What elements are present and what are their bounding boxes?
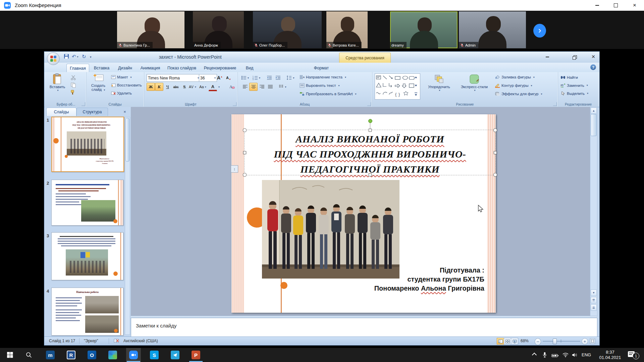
zoom-in-button[interactable]: +: [582, 338, 588, 345]
taskbar-maxthon[interactable]: m: [43, 348, 58, 362]
smartart-button[interactable]: Преобразовать в SmartArt▾: [300, 92, 357, 96]
taskbar-skype[interactable]: S: [147, 348, 162, 362]
slide-group-photo[interactable]: [262, 180, 399, 279]
resize-handle-se[interactable]: [493, 173, 497, 177]
undo-button[interactable]: ↶▾: [72, 54, 78, 60]
replace-button[interactable]: abчас Заменить▾: [560, 83, 588, 87]
video-tile-anna[interactable]: Анна Дефорж: [193, 11, 244, 48]
resize-handle-n[interactable]: [369, 129, 372, 132]
slide[interactable]: АНАЛІЗ ВИКОНАНОЇ РОБОТИ ПІД ЧАС ПРОХОДЖН…: [231, 114, 496, 313]
slide-sorter-button[interactable]: [504, 338, 511, 345]
tray-battery[interactable]: [551, 353, 559, 359]
zoom-out-button[interactable]: –: [535, 338, 541, 345]
select-button[interactable]: Выделить▾: [560, 91, 588, 96]
dialog-launcher-icon[interactable]: [367, 102, 371, 106]
tray-wifi[interactable]: [562, 353, 569, 359]
taskbar-zoom[interactable]: [126, 348, 141, 362]
font-color-button[interactable]: А: [209, 83, 217, 91]
panel-close-button[interactable]: ×: [122, 109, 127, 114]
tab-slides-panel[interactable]: Слайды: [46, 108, 76, 116]
quick-styles-button[interactable]: Экспресс-стили ▾: [457, 74, 492, 92]
numbering-button[interactable]: 123▾: [252, 74, 261, 82]
resize-handle-ne[interactable]: [493, 128, 497, 132]
grow-font-button[interactable]: А▲: [216, 74, 224, 82]
tray-microphone[interactable]: [542, 352, 547, 359]
panel-scrollbar[interactable]: [125, 117, 130, 335]
tray-speaker[interactable]: [572, 353, 578, 359]
video-tile-dreamy[interactable]: dreamy: [390, 11, 458, 48]
dropdown-icon[interactable]: ▾: [218, 85, 220, 88]
tray-expand-button[interactable]: [533, 353, 536, 357]
editor-vscrollbar[interactable]: ▲ ▼ ⇈ ⇊: [590, 107, 597, 316]
italic-button[interactable]: К: [155, 83, 163, 91]
paste-button[interactable]: Вставить ▾: [48, 73, 67, 100]
tab-retsenzirovanie[interactable]: Рецензирование: [201, 64, 239, 72]
tab-dizain[interactable]: Дизайн: [115, 64, 135, 72]
shape-fill-button[interactable]: Заливка фигуры▾: [495, 75, 535, 79]
dialog-launcher-icon[interactable]: [553, 102, 557, 106]
theme-name[interactable]: "Эркер": [84, 339, 98, 343]
zoom-close-button[interactable]: ×: [625, 0, 644, 11]
video-tile-valentina[interactable]: Валентина Гр...: [117, 11, 184, 48]
video-tile-admin[interactable]: Admin: [459, 11, 526, 48]
taskbar-powerpoint[interactable]: P: [189, 348, 203, 362]
new-slide-button[interactable]: Создать слайд ▾: [88, 73, 109, 100]
slideshow-view-button[interactable]: [511, 338, 518, 345]
resize-handle-e[interactable]: [494, 151, 497, 154]
dialog-launcher-icon[interactable]: [233, 102, 236, 106]
taskbar-telegram[interactable]: [168, 348, 182, 362]
slide-thumbnail-1[interactable]: АНАЛІЗ ВИКОНАНОЇ РОБОТИПІД ЧАС ПРОХОДЖНН…: [51, 117, 124, 172]
columns-button[interactable]: ▾: [277, 83, 288, 91]
normal-view-button[interactable]: [497, 338, 504, 345]
format-painter-button[interactable]: [70, 89, 76, 97]
video-tile-oleg[interactable]: Олег Подбор...: [253, 11, 322, 48]
save-button[interactable]: [64, 54, 70, 60]
rotate-handle[interactable]: [368, 119, 372, 123]
redo-button[interactable]: ↻: [82, 54, 86, 60]
shapes-gallery[interactable]: {}: [375, 73, 420, 100]
tray-language[interactable]: ENG: [582, 352, 591, 357]
scroll-down-button[interactable]: ▼: [591, 290, 597, 296]
find-button[interactable]: Найти: [560, 75, 578, 79]
scroll-thumb[interactable]: [591, 114, 597, 136]
tab-pokaz-slaidov[interactable]: Показ слайдов: [166, 64, 198, 72]
next-slide-button[interactable]: ⇊: [591, 304, 597, 311]
change-case-button[interactable]: Aa▾: [199, 83, 207, 91]
underline-button[interactable]: Ч: [163, 83, 172, 91]
panel-scrollbar-thumb[interactable]: [125, 118, 129, 162]
zoom-maximize-button[interactable]: [606, 0, 625, 11]
resize-handle-sw[interactable]: [243, 173, 247, 177]
slide-thumbnail-2[interactable]: [51, 180, 123, 226]
line-spacing-button[interactable]: ▾: [285, 74, 296, 82]
video-tile-vetrova[interactable]: Ветрова Кате...: [326, 11, 368, 48]
zoom-slider-track[interactable]: [543, 341, 580, 342]
ppt-close-button[interactable]: ×: [588, 53, 598, 60]
fit-to-window-button[interactable]: [590, 338, 595, 345]
character-spacing-button[interactable]: AV▾: [189, 83, 197, 91]
office-button[interactable]: [47, 52, 60, 65]
ppt-restore-button[interactable]: [569, 54, 579, 60]
tab-vid[interactable]: Вид: [242, 64, 257, 72]
help-button[interactable]: ?: [590, 64, 596, 70]
text-direction-button[interactable]: A Направление текста▾: [300, 75, 346, 79]
resize-handle-s[interactable]: [369, 173, 372, 176]
shape-effects-button[interactable]: Эффекты для фигур▾: [495, 92, 542, 96]
tab-format[interactable]: Формат: [311, 64, 332, 72]
notes-pane[interactable]: Заметки к слайду: [131, 318, 597, 337]
slide-thumbnail-4[interactable]: Навчальна робота: [51, 288, 123, 336]
resize-handle-nw[interactable]: [243, 128, 247, 132]
taskbar-outlook[interactable]: O: [85, 348, 99, 362]
next-participants-button[interactable]: ›: [533, 24, 546, 38]
search-button[interactable]: [21, 348, 36, 362]
clear-formatting-button[interactable]: А: [227, 83, 236, 91]
font-family-combo[interactable]: Times New Roma▾: [147, 74, 200, 82]
title-placeholder[interactable]: АНАЛІЗ ВИКОНАНОЇ РОБОТИ ПІД ЧАС ПРОХОДЖН…: [244, 130, 496, 175]
tray-clock[interactable]: 8:37 01.04.2021: [596, 349, 625, 360]
layout-button[interactable]: Макет▾: [111, 75, 132, 79]
taskbar-r-app[interactable]: R: [64, 348, 78, 362]
ppt-minimize-button[interactable]: [542, 54, 552, 60]
reset-slide-button[interactable]: Восстановить: [111, 83, 142, 87]
start-button[interactable]: [3, 348, 17, 362]
align-text-button[interactable]: Выровнять текст▾: [300, 83, 340, 88]
tab-outline-panel[interactable]: Структура: [76, 108, 108, 116]
